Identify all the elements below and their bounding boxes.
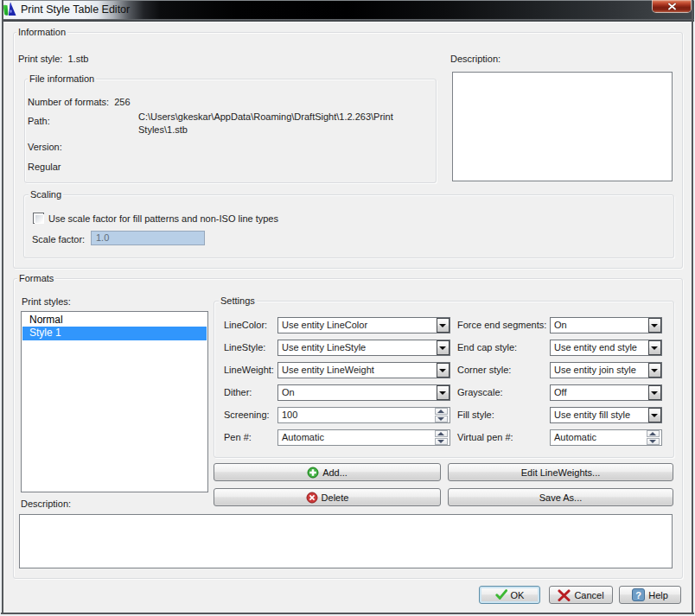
svg-text:?: ? xyxy=(635,590,641,600)
